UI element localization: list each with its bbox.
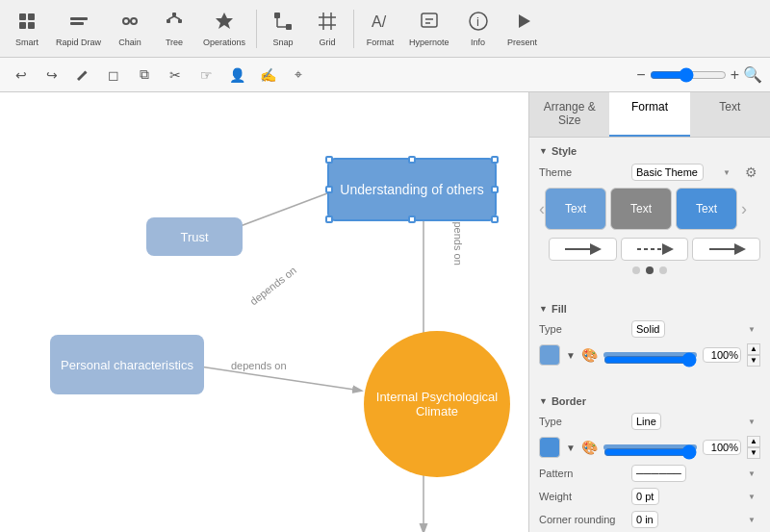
dot-3[interactable] xyxy=(659,266,667,274)
border-collapse-arrow: ▼ xyxy=(539,396,548,406)
svg-rect-24 xyxy=(422,13,437,27)
swatch-3[interactable]: Text xyxy=(676,188,737,230)
corner-select-wrap: 0 in xyxy=(631,511,760,528)
canvas[interactable]: depends on depends on depends on due Und… xyxy=(0,92,529,532)
border-color-picker[interactable]: 🎨 xyxy=(581,440,598,455)
search-button[interactable]: 🔍 xyxy=(743,65,762,84)
fill-type-row: Type Solid xyxy=(539,320,760,338)
node-trust[interactable]: Trust xyxy=(146,217,243,256)
select-button[interactable]: ☞ xyxy=(192,62,219,89)
svg-text:i: i xyxy=(476,14,479,29)
zoom-in-button[interactable]: + xyxy=(731,66,739,84)
border-color-arrow[interactable]: ▼ xyxy=(566,443,576,453)
swatch-next-button[interactable]: › xyxy=(741,199,747,219)
pen-button[interactable]: ✍ xyxy=(254,62,281,89)
node-climate[interactable]: Internal Psychological Climate xyxy=(364,331,510,477)
theme-gear-button[interactable]: ⚙ xyxy=(741,163,760,182)
border-opacity-down[interactable]: ▼ xyxy=(747,447,760,459)
info-label: Info xyxy=(471,38,485,47)
dots-row xyxy=(539,266,760,274)
pattern-select[interactable]: ────── xyxy=(631,465,686,482)
tab-text[interactable]: Text xyxy=(690,92,770,137)
copy-button[interactable]: ⧉ xyxy=(131,62,158,89)
border-color-swatch[interactable] xyxy=(539,437,560,458)
info-tool[interactable]: i Info xyxy=(457,6,500,51)
svg-point-7 xyxy=(131,18,137,24)
pencil-button[interactable] xyxy=(69,62,96,89)
style-swatches: ‹ Text Text Text › xyxy=(539,188,760,230)
swatch-2[interactable]: Text xyxy=(610,188,672,230)
format-label: Format xyxy=(367,38,395,47)
border-type-select-wrap: Line xyxy=(631,413,760,430)
chain-tool[interactable]: Chain xyxy=(109,6,151,51)
hypernote-label: Hypernote xyxy=(409,38,449,47)
fill-opacity-input[interactable] xyxy=(703,347,741,363)
hypernote-tool[interactable]: Hypernote xyxy=(403,6,455,51)
smart-tool[interactable]: Smart xyxy=(6,6,48,51)
border-section-header[interactable]: ▼ Border xyxy=(539,395,760,407)
snap-tool[interactable]: Snap xyxy=(262,6,304,51)
grid-tool[interactable]: Grid xyxy=(306,6,348,51)
border-type-select[interactable]: Line xyxy=(631,413,661,430)
svg-rect-5 xyxy=(70,22,84,25)
format-icon: A/ xyxy=(369,10,392,36)
panel-tabs: Arrange & Size Format Text xyxy=(529,92,770,138)
operations-tool[interactable]: Operations xyxy=(197,6,251,51)
zoom-slider[interactable] xyxy=(650,67,727,83)
shape-button[interactable]: ◻ xyxy=(100,62,127,89)
style-section-header[interactable]: ▼ Style xyxy=(539,145,760,157)
secondary-toolbar: ↩ ↪ ◻ ⧉ ✂ ☞ 👤 ✍ ⌖ − + 🔍 xyxy=(0,58,770,92)
crosshair-button[interactable]: ⌖ xyxy=(285,62,312,89)
fill-color-swatch[interactable] xyxy=(539,344,560,366)
svg-marker-29 xyxy=(519,14,530,28)
rapid-draw-label: Rapid Draw xyxy=(56,38,101,47)
node-understanding[interactable]: Understanding of others xyxy=(327,158,497,221)
theme-row: Theme Basic Theme ⚙ xyxy=(539,163,760,182)
zoom-out-button[interactable]: − xyxy=(636,66,645,84)
toolbar-sep-2 xyxy=(353,10,354,48)
svg-rect-11 xyxy=(178,19,182,23)
line-style-solid[interactable] xyxy=(549,238,617,261)
border-opacity-up[interactable]: ▲ xyxy=(747,436,760,447)
snap-label: Snap xyxy=(273,38,294,47)
fill-opacity-down[interactable]: ▼ xyxy=(747,355,760,367)
user-button[interactable]: 👤 xyxy=(223,62,250,89)
hypernote-icon xyxy=(418,10,441,36)
svg-line-13 xyxy=(174,16,180,19)
tree-tool[interactable]: Tree xyxy=(153,6,195,51)
weight-row: Weight 0 pt xyxy=(539,488,760,505)
fill-opacity-slider[interactable] xyxy=(603,352,697,358)
tab-format[interactable]: Format xyxy=(609,92,689,137)
format-tool[interactable]: A/ Format xyxy=(359,6,401,51)
line-style-dashed[interactable] xyxy=(621,238,689,261)
fill-type-select[interactable]: Solid xyxy=(631,320,665,338)
weight-select[interactable]: 0 pt xyxy=(631,488,659,505)
node-personal[interactable]: Personal characteristics xyxy=(50,335,204,394)
tree-label: Tree xyxy=(166,38,183,47)
border-opacity-slider[interactable] xyxy=(603,444,697,450)
svg-text:A/: A/ xyxy=(372,13,387,30)
redo-button[interactable]: ↪ xyxy=(38,62,65,89)
chain-label: Chain xyxy=(118,38,141,47)
fill-color-arrow[interactable]: ▼ xyxy=(566,350,576,361)
tab-arrange-size[interactable]: Arrange & Size xyxy=(529,92,609,137)
undo-button[interactable]: ↩ xyxy=(8,62,35,89)
style-collapse-arrow: ▼ xyxy=(539,146,548,156)
dot-2[interactable] xyxy=(646,266,654,274)
swatch-1[interactable]: Text xyxy=(545,188,606,230)
fill-section-header[interactable]: ▼ Fill xyxy=(539,303,760,315)
border-opacity-input[interactable] xyxy=(703,440,741,455)
rapid-draw-tool[interactable]: Rapid Draw xyxy=(50,6,107,51)
line-style-arrow[interactable] xyxy=(692,238,760,261)
fill-stepper: ▲ ▼ xyxy=(747,343,760,367)
present-tool[interactable]: Present xyxy=(501,6,544,51)
fill-opacity-up[interactable]: ▲ xyxy=(747,343,760,355)
dot-1[interactable] xyxy=(632,266,640,274)
cut-button[interactable]: ✂ xyxy=(162,62,189,89)
border-opacity-range[interactable] xyxy=(603,444,697,460)
corner-select[interactable]: 0 in xyxy=(631,511,658,528)
theme-select[interactable]: Basic Theme xyxy=(631,164,704,181)
fill-color-picker[interactable]: 🎨 xyxy=(581,347,598,363)
fill-opacity-range[interactable] xyxy=(603,352,697,367)
corner-row: Corner rounding 0 in xyxy=(539,511,760,528)
